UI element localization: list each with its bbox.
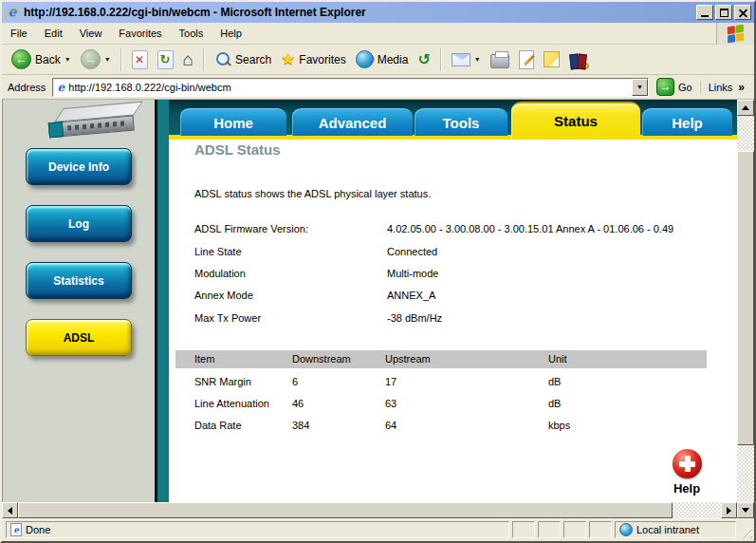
sidebar-item-adsl[interactable]: ADSL (26, 319, 132, 356)
vertical-scroll-thumb[interactable] (737, 151, 754, 445)
favorites-button[interactable]: ★ Favorites (277, 47, 350, 73)
resize-grip[interactable] (739, 525, 752, 538)
research-button[interactable] (565, 47, 592, 73)
field-value: 4.02.05.00 - 3.00.08.00 - 3.00.15.01 Ann… (387, 223, 673, 234)
field-row: Max Tx Power -38 dBm/Hz (169, 312, 729, 326)
sidebar-item-device-info[interactable]: Device Info (26, 148, 132, 185)
field-label: Line State (194, 246, 242, 257)
field-row: Annex Mode ANNEX_A (169, 290, 729, 303)
mail-dropdown-icon[interactable]: ▼ (474, 56, 481, 63)
status-pane (538, 521, 561, 538)
vertical-scrollbar[interactable] (737, 100, 754, 518)
page-description: ADSL status shows the ADSL physical laye… (194, 188, 431, 199)
table-header-item: Item (194, 353, 214, 365)
menu-view[interactable]: View (71, 24, 111, 43)
back-button[interactable]: ← Back ▼ (8, 47, 75, 73)
stop-button[interactable]: ✕ (128, 47, 152, 73)
address-bar: Address e ▼ → Go Links » (2, 75, 754, 100)
scroll-down-icon[interactable] (737, 502, 754, 518)
table-header-downstream: Downstream (292, 353, 351, 365)
browser-window: e http://192.168.0.222/cgi-bin/webcm - M… (0, 0, 756, 543)
forward-dropdown-icon[interactable]: ▼ (104, 56, 111, 63)
print-icon (490, 54, 509, 68)
tab-tools[interactable]: Tools (415, 106, 507, 136)
edit-button[interactable] (515, 47, 538, 73)
go-arrow-icon: → (656, 78, 674, 96)
links-button[interactable]: Links » (700, 81, 748, 94)
status-text: Done (26, 524, 50, 535)
field-row: ADSL Firmware Version: 4.02.05.00 - 3.00… (169, 223, 729, 236)
window-title: http://192.168.0.222/cgi-bin/webcm - Mic… (24, 6, 696, 19)
table-row: Line Attenuation 46 63 dB (175, 398, 707, 412)
search-icon (214, 51, 231, 68)
tab-status[interactable]: Status (511, 102, 640, 140)
maximize-button[interactable] (715, 5, 732, 20)
print-button[interactable] (487, 47, 513, 73)
status-pane (563, 521, 586, 538)
page-title: ADSL Status (194, 141, 281, 158)
toolbar-separator (120, 48, 122, 71)
address-input[interactable] (68, 80, 632, 95)
menu-help[interactable]: Help (212, 24, 250, 43)
table-header-row: Item Downstream Upstream Unit (175, 350, 707, 368)
back-icon: ← (11, 49, 31, 69)
sidebar-item-log[interactable]: Log (26, 205, 132, 242)
scroll-right-icon[interactable] (721, 502, 737, 518)
tab-home[interactable]: Home (180, 106, 286, 136)
help-label: Help (662, 481, 711, 496)
field-row: Line State Connected (169, 246, 729, 259)
field-label: Annex Mode (194, 290, 253, 301)
horizontal-scroll-thumb[interactable] (18, 502, 673, 518)
page-favicon: e (53, 80, 68, 95)
go-button[interactable]: → Go (654, 78, 695, 96)
field-label: Modulation (194, 268, 246, 279)
scroll-left-icon[interactable] (2, 502, 18, 518)
refresh-button[interactable]: ↻ (154, 47, 177, 73)
help-button[interactable]: Help (662, 449, 711, 496)
page-content: Home Advanced Tools Status Help ADSL Sta… (169, 100, 737, 502)
field-value: Multi-mode (387, 268, 438, 279)
minimize-button[interactable] (696, 5, 713, 20)
home-icon: ⌂ (183, 49, 194, 70)
mail-button[interactable]: ▼ (448, 47, 485, 73)
menu-edit[interactable]: Edit (36, 24, 71, 43)
edit-icon (519, 50, 534, 69)
zone-text: Local intranet (636, 524, 699, 535)
toolbar-separator (440, 48, 442, 71)
document-icon: e (10, 523, 22, 536)
menu-file[interactable]: File (2, 24, 36, 43)
ie-logo-icon: e (5, 5, 20, 20)
scroll-up-icon[interactable] (737, 100, 754, 116)
sidebar: Device Info Log Statistics ADSL (2, 100, 155, 502)
toolbar-separator (203, 48, 205, 71)
address-field: e ▼ (52, 78, 649, 97)
forward-button[interactable]: → ▼ (77, 47, 115, 73)
table-header-upstream: Upstream (385, 353, 431, 365)
menu-tools[interactable]: Tools (171, 24, 212, 43)
tab-advanced[interactable]: Advanced (292, 106, 413, 136)
browser-viewport: Device Info Log Statistics ADSL Home Adv… (2, 100, 754, 518)
tab-help[interactable]: Help (642, 106, 732, 136)
address-dropdown-icon[interactable]: ▼ (632, 79, 648, 96)
home-button[interactable]: ⌂ (179, 47, 197, 73)
table-header-unit: Unit (548, 353, 567, 365)
history-button[interactable]: ↺ (414, 47, 433, 73)
media-button[interactable]: Media (352, 47, 413, 73)
status-pane (589, 521, 612, 538)
forward-icon: → (81, 49, 101, 69)
close-button[interactable] (734, 5, 751, 20)
table-row: SNR Margin 6 17 dB (175, 376, 707, 390)
status-pane (512, 521, 535, 538)
sidebar-item-statistics[interactable]: Statistics (26, 262, 132, 299)
menu-favorites[interactable]: Favorites (110, 24, 170, 43)
nav-tab-bar: Home Advanced Tools Status Help (169, 100, 737, 140)
messenger-button[interactable] (540, 47, 563, 73)
address-label: Address (8, 82, 47, 93)
horizontal-scrollbar[interactable] (2, 502, 737, 518)
search-button[interactable]: Search (211, 47, 275, 73)
sidebar-content-divider (155, 100, 169, 502)
back-dropdown-icon[interactable]: ▼ (65, 56, 71, 63)
standard-toolbar: ← Back ▼ → ▼ ✕ ↻ ⌂ Search ★ Favorites Me… (2, 45, 754, 75)
status-pane-main: e Done (6, 521, 509, 538)
title-bar: e http://192.168.0.222/cgi-bin/webcm - M… (2, 2, 754, 23)
